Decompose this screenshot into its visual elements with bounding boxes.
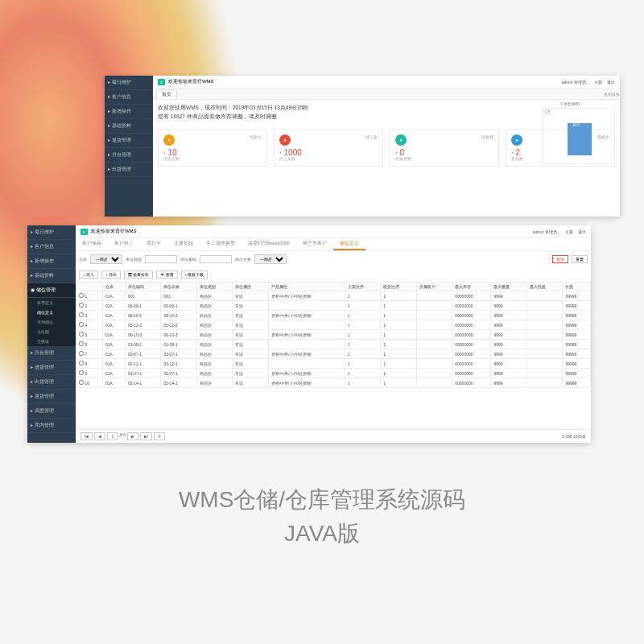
- table-row[interactable]: 701A02-07-102-07-1商品区常温货柜/中类/小件/轻货/附1100…: [76, 349, 591, 359]
- sidebar-item[interactable]: ▸ 客户信息: [105, 90, 153, 105]
- table-window: ▸ 每日维护▸ 客户信息▸ 新增操作▸ 基础资料◉ 储位管理库存定义储位定义可用…: [27, 225, 591, 443]
- welcome-title: 欢迎你前来晋仔WMS: [168, 78, 214, 85]
- pager-refresh[interactable]: ⟳: [154, 432, 165, 440]
- row-checkbox[interactable]: [79, 312, 84, 317]
- table-row[interactable]: 501A06-10-306-10-3商品区常温货柜/中类/小件/轻货/附1100…: [76, 330, 591, 340]
- topbar-2: ≡ 欢迎你前来晋仔WMS admin 管理员... 主题 退出: [76, 225, 591, 238]
- stat-icon: ●: [511, 134, 522, 146]
- row-checkbox[interactable]: [79, 351, 84, 356]
- row-checkbox[interactable]: [79, 332, 84, 336]
- filter-row: 仓库 —商品— 库位标签 库位条码 库位名称 —商品— 查询 重置: [76, 251, 591, 267]
- batch-button[interactable]: ☰ 批量操作: [124, 270, 153, 279]
- close-ops[interactable]: 关闭操作: [604, 92, 620, 97]
- row-checkbox[interactable]: [79, 380, 84, 385]
- table-header: 仓库库位编码库位名称库位类型库位属性产品属性上架次序取货次序所属客户最大库存最大…: [76, 283, 591, 291]
- pager: I◀ ◀ 1 月0 ▶ ▶I ⟳ 1-108 1005条: [76, 429, 591, 443]
- module-tab[interactable]: 第三方客户: [296, 238, 333, 250]
- sidebar-1: ▸ 每日维护▸ 客户信息▸ 新增操作▸ 基础资料▸ 退货管理▸ 月台管理▸ 出货…: [105, 76, 153, 217]
- table-row[interactable]: 201A06-06-106-06-1商品区常温11000000009999999…: [76, 301, 591, 311]
- view-button[interactable]: 👁 查看: [156, 270, 177, 279]
- sidebar-item[interactable]: ▸ 每日维护: [105, 76, 153, 90]
- sidebar-item[interactable]: ▸ 基础资料: [105, 119, 153, 134]
- table-row[interactable]: 901A03-07-103-07-1商品区常温货柜/中类/小件/轻货/附1100…: [76, 369, 591, 378]
- sidebar-item[interactable]: ▸ 新增操作: [105, 105, 153, 119]
- pager-last[interactable]: ▶I: [140, 432, 152, 440]
- chart-bar: [568, 123, 592, 155]
- module-tabs: 客户保存客户补上库行卡注册初始手工调理类型温度打印Base20000第三方客户储…: [76, 238, 591, 251]
- table-row[interactable]: 1001A02-14-102-14-1商品区常温货柜/中类/小件/轻货/附110…: [76, 378, 591, 388]
- tab-home[interactable]: 首页: [156, 89, 177, 99]
- promo-title: WMS仓储/仓库管理系统源码 JAVA版: [0, 483, 644, 551]
- module-tab[interactable]: 客户补上: [108, 238, 140, 250]
- pager-prev[interactable]: ◀: [94, 432, 105, 440]
- exit-link[interactable]: 退出: [607, 80, 615, 85]
- row-checkbox[interactable]: [79, 370, 84, 375]
- stat-icon: ●: [279, 134, 291, 146]
- menu-icon[interactable]: ≡: [158, 79, 165, 85]
- sidebar-item[interactable]: ▸ 出货管理: [105, 163, 153, 177]
- sidebar-2: ▸ 每日维护▸ 客户信息▸ 新增操作▸ 基础资料◉ 储位管理库存定义储位定义可用…: [27, 225, 76, 443]
- dashboard-window: ▸ 每日维护▸ 客户信息▸ 新增操作▸ 基础资料▸ 退货管理▸ 月台管理▸ 出货…: [105, 76, 620, 217]
- table-row[interactable]: 601A01-08-101-08-1商品区常温11000000009999999…: [76, 340, 591, 349]
- table-row[interactable]: 401A05-12-205-12-2商品区常温11000000009999999…: [76, 320, 591, 330]
- stat-card: ●待发货· 0待发货数: [390, 129, 499, 167]
- row-checkbox[interactable]: [79, 361, 84, 365]
- theme-link[interactable]: 主题: [594, 80, 602, 85]
- table-row[interactable]: 801A02-12-102-12-1商品区常温11000000009999999…: [76, 359, 591, 369]
- module-tab[interactable]: 注册初始: [167, 238, 200, 250]
- template-button[interactable]: ↓ 模板下载: [181, 270, 208, 279]
- import-button[interactable]: ↓ 导入: [79, 270, 98, 279]
- sidebar-item[interactable]: ▸ 月台管理: [105, 148, 153, 163]
- stat-card: ●待定位· 10待定位数: [158, 129, 267, 167]
- row-checkbox[interactable]: [79, 303, 84, 308]
- chart-box: 下单数量BV 2.5 10.0: [543, 108, 615, 164]
- pager-first[interactable]: I◀: [80, 432, 93, 440]
- module-tab[interactable]: 客户保存: [76, 238, 108, 250]
- row-checkbox[interactable]: [79, 341, 84, 346]
- reset-button[interactable]: 重置: [572, 255, 588, 263]
- module-tab[interactable]: 手工调理类型: [200, 238, 242, 250]
- tabbar: 首页 关闭操作: [153, 89, 620, 100]
- data-table: 仓库库位编码库位名称库位类型库位属性产品属性上架次序取货次序所属客户最大库存最大…: [76, 282, 591, 388]
- product-select[interactable]: —商品—: [90, 254, 122, 264]
- loc-code-input[interactable]: [200, 255, 232, 263]
- search-button[interactable]: 查询: [552, 255, 568, 263]
- table-row[interactable]: 101A001001商品区常温货柜/中类/小件/轻货/附110000000099…: [76, 291, 591, 301]
- product2-select[interactable]: —商品—: [254, 254, 287, 264]
- menu-icon[interactable]: ≡: [80, 229, 88, 235]
- module-tab[interactable]: 温度打印Base20000: [242, 238, 296, 250]
- row-checkbox[interactable]: [79, 322, 84, 327]
- pager-next[interactable]: ▶: [127, 432, 138, 440]
- pager-info: 1-108 1005条: [562, 434, 586, 439]
- module-tab[interactable]: 储位定义: [333, 238, 365, 250]
- stat-icon: ●: [395, 134, 407, 146]
- user-label[interactable]: admin 管理员...: [562, 80, 589, 85]
- stat-card: ●待上架· 1000待上架数: [274, 129, 383, 167]
- stat-icon: ●: [163, 134, 175, 146]
- row-checkbox[interactable]: [79, 293, 84, 298]
- topbar: ≡ 欢迎你前来晋仔WMS admin 管理员... 主题 退出: [153, 76, 620, 89]
- action-row: ↓ 导入 ↑ 导出 ☰ 批量操作 👁 查看 ↓ 模板下载: [76, 267, 591, 282]
- table-row[interactable]: 301A08-10-208-10-2商品区常温货柜/中类/小件/轻货/附1100…: [76, 311, 591, 320]
- module-tab[interactable]: 库行卡: [140, 238, 167, 250]
- sidebar-item[interactable]: ▸ 退货管理: [105, 134, 153, 148]
- loc-label-input[interactable]: [145, 255, 177, 263]
- export-button[interactable]: ↑ 导出: [101, 270, 121, 279]
